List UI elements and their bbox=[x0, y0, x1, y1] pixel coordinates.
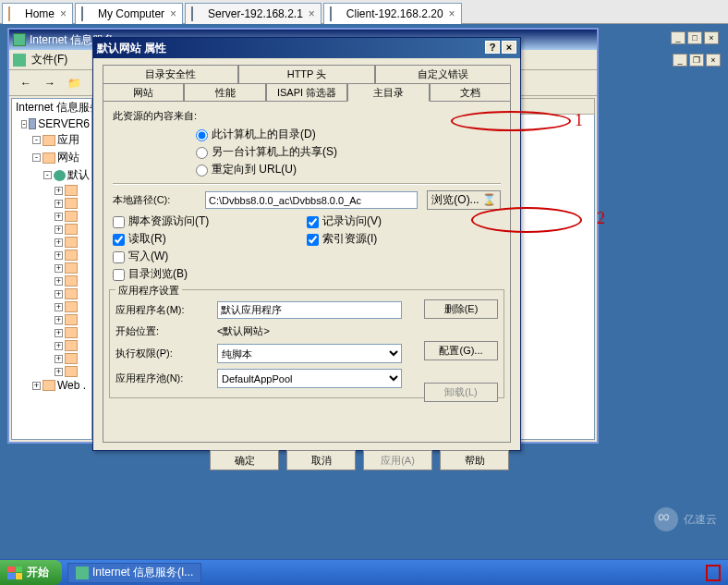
expand-icon[interactable]: - bbox=[32, 153, 41, 162]
expand-icon[interactable]: + bbox=[55, 290, 63, 299]
help-button[interactable]: 帮助 bbox=[440, 450, 509, 470]
check-write-label: 写入(W) bbox=[128, 250, 168, 262]
cancel-button[interactable]: 取消 bbox=[286, 450, 356, 470]
check-script-access[interactable] bbox=[113, 216, 125, 228]
dialog-titlebar[interactable]: 默认网站 属性 ? × bbox=[93, 38, 520, 58]
tab-home-directory[interactable]: 主目录 bbox=[347, 83, 429, 102]
back-button[interactable]: ← bbox=[15, 73, 37, 93]
apply-button: 应用(A) bbox=[363, 450, 432, 470]
app-pool-label: 应用程序池(N): bbox=[115, 372, 217, 385]
radio-local-dir[interactable] bbox=[196, 129, 208, 141]
radio-share[interactable] bbox=[196, 147, 208, 159]
expand-icon[interactable]: + bbox=[55, 213, 63, 221]
expand-icon[interactable]: + bbox=[32, 382, 41, 390]
tab-home[interactable]: Home× bbox=[2, 3, 73, 24]
tab-client[interactable]: Client-192.168.2.20× bbox=[323, 3, 462, 24]
check-write[interactable] bbox=[113, 251, 125, 263]
close-icon[interactable]: × bbox=[309, 7, 315, 20]
tab-dir-security[interactable]: 目录安全性 bbox=[103, 65, 238, 83]
expand-icon[interactable]: + bbox=[55, 329, 63, 337]
menu-file[interactable]: 文件(F) bbox=[31, 52, 67, 67]
server-icon bbox=[29, 118, 36, 129]
expand-icon[interactable]: + bbox=[55, 303, 63, 311]
start-button[interactable]: 开始 bbox=[0, 560, 62, 585]
config-button[interactable]: 配置(G)... bbox=[424, 341, 498, 360]
child-restore-button[interactable]: ❐ bbox=[689, 54, 704, 67]
tab-http-headers[interactable]: HTTP 头 bbox=[238, 65, 374, 83]
check-log-visits[interactable] bbox=[307, 216, 319, 228]
expand-icon[interactable]: + bbox=[55, 251, 63, 260]
check-read[interactable] bbox=[113, 234, 125, 246]
check-index[interactable] bbox=[307, 234, 319, 246]
folder-icon bbox=[65, 327, 78, 338]
expand-icon[interactable]: + bbox=[55, 368, 63, 376]
close-icon[interactable]: × bbox=[449, 7, 455, 20]
expand-icon[interactable]: + bbox=[55, 355, 63, 363]
check-dir-browse[interactable] bbox=[113, 269, 125, 281]
app-pool-select[interactable]: DefaultAppPool bbox=[217, 369, 402, 388]
expand-icon[interactable]: + bbox=[55, 264, 63, 273]
home-icon bbox=[8, 6, 10, 21]
vm-tab-bar: Home× My Computer× Server-192.168.2.1× C… bbox=[0, 0, 728, 24]
radio-redirect-label: 重定向到 URL(U) bbox=[212, 163, 297, 176]
tab-performance[interactable]: 性能 bbox=[184, 83, 265, 102]
close-button[interactable]: × bbox=[704, 31, 719, 44]
radio-share-label: 另一台计算机上的共享(S) bbox=[212, 145, 337, 158]
tab-custom-errors[interactable]: 自定义错误 bbox=[375, 65, 511, 83]
folder-icon bbox=[65, 340, 78, 351]
folder-icon bbox=[65, 262, 78, 274]
tray-highlight bbox=[706, 565, 721, 581]
radio-redirect[interactable] bbox=[196, 165, 208, 177]
start-location-label: 开始位置: bbox=[115, 324, 217, 338]
expand-icon[interactable]: + bbox=[55, 225, 63, 234]
tab-documents[interactable]: 文档 bbox=[430, 83, 511, 102]
expand-icon[interactable]: - bbox=[43, 171, 52, 179]
taskbar-item-iis[interactable]: Internet 信息服务(I... bbox=[67, 563, 201, 583]
folder-icon bbox=[42, 135, 55, 146]
expand-icon[interactable]: + bbox=[55, 200, 63, 208]
iis-tree[interactable]: Internet 信息服务 -SERVER6 -应用 -网站 -默认 + + +… bbox=[11, 98, 92, 440]
maximize-button[interactable]: □ bbox=[687, 31, 702, 44]
folder-icon bbox=[65, 275, 78, 286]
system-tray[interactable] bbox=[706, 560, 728, 585]
server-icon bbox=[191, 6, 193, 21]
expand-icon[interactable]: + bbox=[55, 187, 63, 195]
expand-icon[interactable]: + bbox=[55, 277, 63, 286]
close-icon[interactable]: × bbox=[170, 7, 176, 20]
dialog-buttons: 确定 取消 应用(A) 帮助 bbox=[93, 450, 520, 480]
check-index-label: 索引资源(I) bbox=[322, 232, 377, 245]
tab-website[interactable]: 网站 bbox=[103, 83, 184, 102]
help-button[interactable]: ? bbox=[485, 41, 500, 54]
folder-icon bbox=[65, 353, 78, 364]
close-button[interactable]: × bbox=[502, 41, 516, 54]
expand-icon[interactable]: - bbox=[32, 136, 41, 144]
local-path-input[interactable] bbox=[205, 191, 418, 209]
tab-mycomputer[interactable]: My Computer× bbox=[75, 3, 183, 24]
expand-icon[interactable]: - bbox=[21, 120, 27, 128]
expand-icon[interactable]: + bbox=[55, 316, 63, 324]
unload-button: 卸载(L) bbox=[424, 383, 498, 402]
child-minimize-button[interactable]: _ bbox=[673, 54, 687, 67]
forward-button[interactable]: → bbox=[39, 73, 61, 93]
minimize-button[interactable]: _ bbox=[671, 31, 686, 44]
folder-icon bbox=[65, 224, 78, 235]
folder-icon bbox=[65, 288, 78, 299]
start-location-value: <默认网站> bbox=[217, 324, 270, 338]
delete-button[interactable]: 删除(E) bbox=[424, 299, 498, 319]
expand-icon[interactable]: + bbox=[55, 342, 63, 350]
app-name-label: 应用程序名(M): bbox=[115, 303, 217, 317]
folder-icon bbox=[65, 314, 78, 325]
watermark-icon bbox=[654, 507, 678, 531]
expand-icon[interactable]: + bbox=[55, 238, 63, 247]
exec-perm-select[interactable]: 纯脚本 bbox=[217, 344, 402, 363]
child-close-button[interactable]: × bbox=[706, 54, 721, 67]
hourglass-icon: ⌛ bbox=[482, 193, 496, 206]
tab-isapi[interactable]: ISAPI 筛选器 bbox=[266, 83, 347, 102]
check-dirbrowse-label: 目录浏览(B) bbox=[128, 267, 188, 280]
app-name-input[interactable] bbox=[217, 301, 402, 319]
close-icon[interactable]: × bbox=[60, 7, 67, 20]
browse-button[interactable]: 浏览(O)... ⌛ bbox=[427, 190, 501, 210]
up-button[interactable]: 📁 bbox=[63, 73, 85, 93]
tab-server[interactable]: Server-192.168.2.1× bbox=[185, 3, 322, 24]
ok-button[interactable]: 确定 bbox=[210, 450, 279, 470]
